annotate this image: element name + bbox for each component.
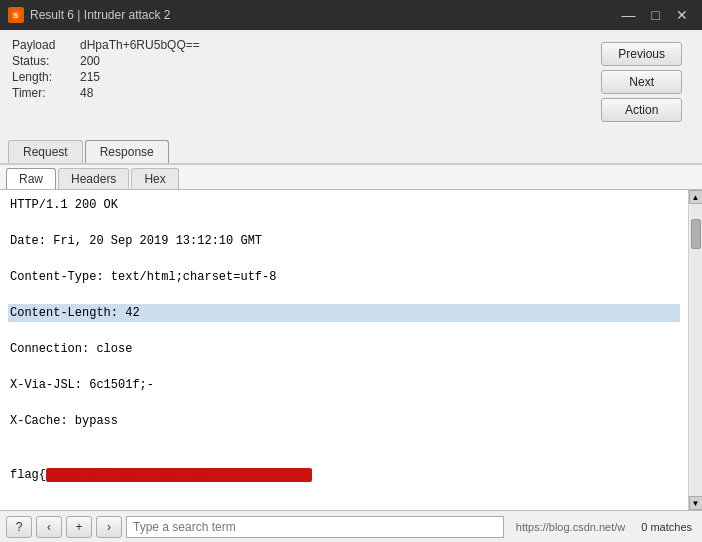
response-text[interactable]: HTTP/1.1 200 OK Date: Fri, 20 Sep 2019 1… — [0, 190, 688, 510]
redacted-flag: ce28f461_e0e0_4f00_8cc4_..._...._.... — [46, 468, 312, 482]
payload-label: Payload — [12, 38, 72, 52]
match-count: 0 matches — [637, 521, 696, 533]
main-window: Payload dHpaTh+6RU5bQQ== Status: 200 Len… — [0, 30, 702, 542]
window-title: Result 6 | Intruder attack 2 — [30, 8, 171, 22]
response-line-3: Content-Length: 42 — [8, 304, 680, 322]
response-line-1: Date: Fri, 20 Sep 2019 13:12:10 GMT — [8, 232, 680, 250]
title-bar: S Result 6 | Intruder attack 2 — □ ✕ — [0, 0, 702, 30]
action-buttons: Previous Next Action — [593, 38, 690, 132]
status-label: Status: — [12, 54, 72, 68]
length-value: 215 — [80, 70, 100, 84]
content-area: HTTP/1.1 200 OK Date: Fri, 20 Sep 2019 1… — [0, 190, 702, 510]
timer-row: Timer: 48 — [12, 86, 200, 100]
response-line-6: X-Cache: bypass — [8, 412, 680, 430]
status-row: Status: 200 — [12, 54, 200, 68]
response-line-4: Connection: close — [8, 340, 680, 358]
title-bar-left: S Result 6 | Intruder attack 2 — [8, 7, 171, 23]
previous-button[interactable]: Previous — [601, 42, 682, 66]
top-info-panel: Payload dHpaTh+6RU5bQQ== Status: 200 Len… — [0, 30, 702, 140]
svg-text:S: S — [13, 11, 19, 20]
length-row: Length: 215 — [12, 70, 200, 84]
next-button[interactable]: Next — [601, 70, 682, 94]
status-value: 200 — [80, 54, 100, 68]
response-line-8: flag{ce28f461_e0e0_4f00_8cc4_..._...._..… — [8, 466, 680, 484]
response-line-2: Content-Type: text/html;charset=utf-8 — [8, 268, 680, 286]
payload-row: Payload dHpaTh+6RU5bQQ== — [12, 38, 200, 52]
forward-nav-button[interactable]: + — [66, 516, 92, 538]
maximize-button[interactable]: □ — [646, 6, 666, 24]
response-line-0: HTTP/1.1 200 OK — [8, 196, 680, 214]
search-input[interactable] — [126, 516, 504, 538]
url-display: https://blog.csdn.net/w — [508, 521, 633, 533]
action-button[interactable]: Action — [601, 98, 682, 122]
scroll-thumb[interactable] — [691, 219, 701, 249]
payload-value: dHpaTh+6RU5bQQ== — [80, 38, 200, 52]
close-button[interactable]: ✕ — [670, 6, 694, 24]
scroll-up-button[interactable]: ▲ — [689, 190, 703, 204]
timer-label: Timer: — [12, 86, 72, 100]
scroll-track[interactable] — [690, 204, 702, 496]
timer-value: 48 — [80, 86, 93, 100]
outer-tabs: Request Response — [0, 140, 702, 165]
response-line-5: X-Via-JSL: 6c1501f;- — [8, 376, 680, 394]
back-button[interactable]: ‹ — [36, 516, 62, 538]
length-label: Length: — [12, 70, 72, 84]
scroll-down-button[interactable]: ▼ — [689, 496, 703, 510]
next-nav-button[interactable]: › — [96, 516, 122, 538]
tab-hex[interactable]: Hex — [131, 168, 178, 189]
tab-raw[interactable]: Raw — [6, 168, 56, 189]
info-table: Payload dHpaTh+6RU5bQQ== Status: 200 Len… — [12, 38, 200, 132]
inner-tabs: Raw Headers Hex — [0, 165, 702, 190]
tab-response[interactable]: Response — [85, 140, 169, 163]
bottom-bar: ? ‹ + › https://blog.csdn.net/w 0 matche… — [0, 510, 702, 542]
minimize-button[interactable]: — — [616, 6, 642, 24]
scrollbar[interactable]: ▲ ▼ — [688, 190, 702, 510]
tab-request[interactable]: Request — [8, 140, 83, 163]
help-button[interactable]: ? — [6, 516, 32, 538]
tab-headers[interactable]: Headers — [58, 168, 129, 189]
app-icon: S — [8, 7, 24, 23]
window-controls: — □ ✕ — [616, 6, 694, 24]
